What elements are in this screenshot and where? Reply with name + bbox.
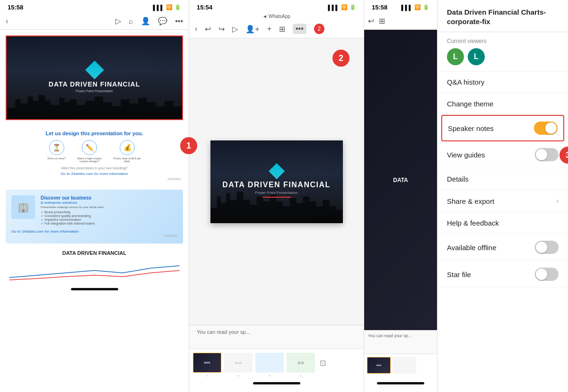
main-slide-title: DATA DRIVEN FINANCIAL <box>222 181 331 189</box>
theme-label: Change theme <box>447 100 493 108</box>
phone-bottom-3 <box>364 376 437 392</box>
panel3-wrapper: 15:58 ▌▌▌ 🛜 🔋 ↩ ⊞ DATA You can read your… <box>364 0 568 392</box>
offline-toggle-wrapper <box>535 241 559 254</box>
home-indicator-2 <box>253 382 300 384</box>
thumb-3[interactable]: 3 <box>255 353 284 373</box>
status-icons-3: ▌▌▌ 🛜 🔋 <box>402 4 429 10</box>
more-button[interactable]: ••• <box>175 17 183 26</box>
menu-item-guides[interactable]: View guides <box>437 141 568 168</box>
thumb-4[interactable]: ⊙⊙ 4 <box>287 353 315 373</box>
toggle-knob-offline <box>536 242 547 253</box>
slides-button[interactable]: ⊞ <box>279 25 285 34</box>
chart-area <box>0 259 189 282</box>
thumb3-2[interactable]: 2 <box>393 357 416 374</box>
thumb-1[interactable]: DATA 1 <box>193 353 221 373</box>
menu-item-help[interactable]: Help & feedback <box>437 212 568 234</box>
panel1-phone: 15:58 ▌▌▌ 🛜 🔋 ‹ ▷ ⌕ 👤 💬 ••• DATA DRIVEN … <box>0 0 189 392</box>
menu-item-offline[interactable]: Available offline <box>437 234 568 261</box>
thumb-more: ⊡ <box>318 353 328 373</box>
menu-item-star[interactable]: Star file <box>437 261 568 288</box>
guides-label: View guides <box>447 151 485 159</box>
menu-item-speaker-notes[interactable]: Speaker notes <box>441 115 564 141</box>
t3-wrapper-1: DATA 1 <box>367 357 391 374</box>
share-label: Share & export <box>447 197 494 205</box>
promo-link-1: Go to 24slides.com for more information <box>8 172 181 176</box>
promo-brand-1: 24slides <box>8 177 181 181</box>
back-button-2[interactable]: ‹ <box>195 25 197 33</box>
promo-label-3: Prices start at $10 per slide. <box>113 157 141 163</box>
offline-toggle[interactable] <box>535 241 559 254</box>
phone-bottom-2 <box>189 376 364 392</box>
home-indicator-3 <box>377 382 424 384</box>
time-3: 15:58 <box>372 4 387 11</box>
thumb-num-3: 3 <box>269 375 271 376</box>
undo-button-3[interactable]: ↩ <box>368 17 374 26</box>
star-label: Star file <box>447 270 471 279</box>
toolbar-2: ‹ ↩ ↪ ▷ 👤+ + ⊞ ••• 2 <box>189 20 364 38</box>
menu-item-theme[interactable]: Change theme <box>437 93 568 115</box>
panel2-phone: 15:54 ▌▌▌ 🛜 🔋 ◄ WhatsApp ‹ ↩ ↪ ▷ 👤+ + ⊞ … <box>189 0 364 392</box>
promo-icons-row: ⏳ Short on time? ✏️ Want a high-impact c… <box>8 140 181 163</box>
toolbar-1: ‹ ▷ ⌕ 👤 💬 ••• <box>0 13 189 30</box>
promo-link-2: Go to 24slides.com for more information <box>11 229 177 234</box>
menu-panel: Data Driven Financial Charts-corporate-f… <box>437 0 568 392</box>
speaker-notes-3: You can read your sp... <box>364 330 437 354</box>
viewer-avatar-2: L <box>468 48 485 65</box>
menu-item-share[interactable]: Share & export › <box>437 190 568 212</box>
add-person-button[interactable]: 👤 <box>141 17 150 26</box>
more-button-2[interactable]: ••• <box>293 24 306 34</box>
undo-button[interactable]: ↩ <box>205 25 211 34</box>
thumb-wrapper-3: 3 <box>255 353 284 373</box>
main-slide-subtitle: Power Point Presentation <box>255 191 297 195</box>
panel3-phone: 15:58 ▌▌▌ 🛜 🔋 ↩ ⊞ DATA You can read your… <box>364 0 437 392</box>
play-button[interactable]: ▷ <box>115 17 121 26</box>
slide3-btn[interactable]: ⊞ <box>379 17 385 26</box>
qa-label: Q&A history <box>447 78 484 86</box>
status-bar-2: 15:54 ▌▌▌ 🛜 🔋 <box>189 0 364 13</box>
promo-circle-3: 💰 <box>120 140 135 155</box>
star-toggle-wrapper <box>535 268 559 281</box>
list-item-3: Impactful communication <box>41 218 105 222</box>
share-chevron: › <box>556 197 559 205</box>
battery-3: 🔋 <box>423 4 429 10</box>
banner-desc: Presentation redesign service for your w… <box>41 206 105 209</box>
thumb-wrapper-4: ⊙⊙ 4 <box>287 353 315 373</box>
thumb-num-1: 1 <box>206 375 208 376</box>
phone-bottom-1 <box>0 282 189 298</box>
slide-main-subtitle: Power Point Presentation <box>76 89 113 93</box>
bottom-title: DATA DRIVEN FINANCIAL <box>0 247 189 259</box>
search-button[interactable]: ⌕ <box>129 17 133 26</box>
signal-icon-2: ▌▌▌ <box>328 5 339 10</box>
play-button-2[interactable]: ▷ <box>232 25 238 34</box>
thumb3-1[interactable]: DATA 1 <box>367 357 391 374</box>
whatsapp-notif: ◄ WhatsApp <box>189 13 364 20</box>
slide-preview-1: DATA DRIVEN FINANCIAL Power Point Presen… <box>6 35 183 120</box>
home-indicator-1 <box>71 288 118 290</box>
add-button[interactable]: + <box>267 25 271 33</box>
back-button[interactable]: ‹ <box>6 17 8 26</box>
main-slide: DATA DRIVEN FINANCIAL Power Point Presen… <box>210 140 343 223</box>
star-toggle[interactable] <box>535 268 559 281</box>
promo-section-1: Let us design this presentation for you.… <box>0 126 189 186</box>
viewers-label: Current viewers <box>447 38 559 44</box>
toggle-knob-on <box>545 122 557 134</box>
menu-item-qa[interactable]: Q&A history <box>437 71 568 93</box>
line-chart <box>6 259 183 282</box>
list-item-4: Full integration with internal teams <box>41 222 105 226</box>
banner-icon: 🏢 <box>11 195 35 219</box>
guides-toggle[interactable] <box>535 148 559 161</box>
menu-item-details[interactable]: Details <box>437 168 568 190</box>
slide-main-title: DATA DRIVEN FINANCIAL <box>49 80 140 88</box>
redo-button[interactable]: ↪ <box>218 25 225 34</box>
list-item-2: Consistent quality and branding <box>41 214 105 218</box>
thumb-2[interactable]: Ad slide 2 <box>224 353 253 373</box>
time-2: 15:54 <box>197 4 212 11</box>
list-item-1: Boost productivity <box>41 210 105 214</box>
guides-toggle-wrapper <box>535 148 559 161</box>
banner-text: Discover our business & enterprise solut… <box>41 195 105 227</box>
promo-circle-1: ⏳ <box>49 140 64 155</box>
comment-button[interactable]: 💬 <box>158 17 167 26</box>
speaker-notes-toggle[interactable] <box>534 122 558 135</box>
add-person-button-2[interactable]: 👤+ <box>245 25 259 34</box>
partial-slide-title: DATA <box>393 177 408 183</box>
